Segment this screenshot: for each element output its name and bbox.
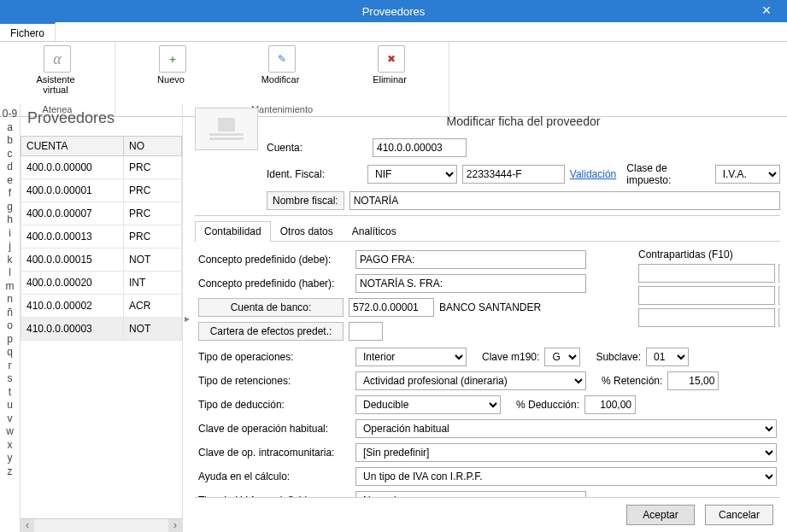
- alpha-i[interactable]: i: [9, 227, 11, 241]
- ayuda-calc-select[interactable]: Un tipo de IVA con I.R.P.F.: [355, 467, 777, 486]
- alpha-k[interactable]: k: [8, 254, 13, 267]
- list-title: Proveedores: [21, 104, 182, 136]
- tab-analiticos[interactable]: Analíticos: [343, 221, 406, 241]
- table-row[interactable]: 410.0.0.00003NOT: [21, 318, 182, 341]
- tipo-iva-select[interactable]: Normal: [355, 491, 586, 497]
- cta-banco-field[interactable]: [349, 298, 434, 317]
- scroll-left-icon[interactable]: ‹: [21, 519, 34, 532]
- scroll-right-icon[interactable]: ›: [168, 519, 182, 532]
- alpha-p[interactable]: p: [7, 333, 13, 347]
- contra-input-3[interactable]: [638, 308, 775, 327]
- alpha-v[interactable]: v: [8, 412, 13, 426]
- contra-input-1[interactable]: [638, 264, 775, 283]
- cancelar-button[interactable]: Cancelar: [705, 505, 773, 525]
- new-icon: ＋: [159, 45, 186, 73]
- table-row[interactable]: 400.0.0.00015NOT: [21, 248, 182, 272]
- lbl-pct-ded: % Deducción:: [516, 399, 579, 411]
- alpha-a[interactable]: a: [7, 121, 13, 135]
- alpha-s[interactable]: s: [8, 372, 13, 386]
- alpha-b[interactable]: b: [7, 134, 13, 148]
- pct-ret-field[interactable]: [667, 371, 719, 390]
- alpha-r[interactable]: r: [9, 360, 12, 373]
- clave-intra-select[interactable]: [Sin predefinir]: [355, 443, 777, 462]
- col-no[interactable]: NO: [124, 137, 182, 156]
- alpha-f[interactable]: f: [9, 187, 11, 201]
- conc-debe-field[interactable]: [355, 250, 586, 269]
- cartera-field[interactable]: [349, 322, 383, 341]
- alpha-z[interactable]: z: [8, 465, 13, 479]
- tipo-ded-select[interactable]: Deducible: [355, 395, 501, 414]
- form-buttons: Aceptar Cancelar: [195, 497, 780, 532]
- alpha-m[interactable]: m: [6, 280, 15, 294]
- clase-imp-select[interactable]: I.V.A.: [715, 165, 780, 184]
- identf-num-field[interactable]: [462, 165, 565, 184]
- identf-tipo-select[interactable]: NIF: [367, 165, 457, 184]
- alpha-h[interactable]: h: [7, 213, 13, 227]
- table-row[interactable]: 400.0.0.00001PRC: [21, 179, 182, 202]
- alpha-c[interactable]: c: [8, 148, 13, 161]
- eliminar-button[interactable]: ✖ Eliminar: [341, 45, 442, 85]
- lbl-tipo-op: Tipo de operaciones:: [198, 351, 350, 363]
- contra-row-2: … …: [638, 286, 775, 305]
- table-row[interactable]: 400.0.0.00013PRC: [21, 225, 182, 248]
- validacion-link[interactable]: Validación: [570, 168, 616, 180]
- providers-grid[interactable]: CUENTA NO 400.0.0.00000PRC400.0.0.00001P…: [21, 136, 182, 518]
- alpha-strip: 0-9abcdefghijklmnñopqrstuvwxyz: [0, 104, 21, 532]
- alpha-y[interactable]: y: [8, 452, 13, 465]
- splitter[interactable]: ▸: [183, 104, 191, 532]
- alpha-ñ[interactable]: ñ: [7, 307, 13, 320]
- alpha-j[interactable]: j: [9, 240, 11, 254]
- alpha-d[interactable]: d: [7, 161, 13, 174]
- contrapartidas-group: Contrapartidas (F10) … … … … … …: [638, 248, 775, 330]
- aceptar-button[interactable]: Aceptar: [626, 505, 695, 525]
- tipo-op-select[interactable]: Interior: [355, 348, 467, 366]
- photo-placeholder[interactable]: [195, 108, 258, 150]
- tab-contabilidad[interactable]: Contabilidad: [195, 221, 271, 242]
- lbl-cuenta: Cuenta:: [267, 142, 367, 154]
- contra-input-2[interactable]: [638, 286, 775, 305]
- lbl-ayuda-calc: Ayuda en el cálculo:: [198, 471, 350, 482]
- cta-banco-button[interactable]: Cuenta de banco:: [198, 298, 344, 317]
- table-row[interactable]: 400.0.0.00020INT: [21, 272, 182, 295]
- alpha-g[interactable]: g: [7, 201, 13, 214]
- alpha-l[interactable]: l: [9, 266, 11, 280]
- alpha-u[interactable]: u: [7, 399, 13, 412]
- col-cuenta[interactable]: CUENTA: [21, 137, 124, 156]
- alpha-w[interactable]: w: [6, 425, 14, 439]
- table-row[interactable]: 400.0.0.00000PRC: [21, 156, 182, 179]
- tipo-ret-select[interactable]: Actividad profesional (dineraria): [355, 371, 586, 390]
- nuevo-button[interactable]: ＋ Nuevo: [122, 45, 223, 85]
- clave190-select[interactable]: G: [544, 348, 580, 366]
- cuenta-field[interactable]: [373, 138, 467, 157]
- asistente-virtual-button[interactable]: α Asistente virtual: [7, 45, 108, 95]
- h-scrollbar[interactable]: ‹ ›: [21, 518, 182, 532]
- contra-btn-2a[interactable]: …: [778, 286, 780, 305]
- table-row[interactable]: 410.0.0.00002ACR: [21, 295, 182, 318]
- form-title: Modificar ficha del proveedor: [447, 114, 601, 128]
- cartera-button[interactable]: Cartera de efectos predet.:: [198, 322, 344, 341]
- alpha-x[interactable]: x: [8, 439, 13, 453]
- alpha-t[interactable]: t: [9, 386, 11, 400]
- alpha-o[interactable]: o: [7, 319, 13, 333]
- alpha-n[interactable]: n: [7, 293, 13, 307]
- contra-btn-3a[interactable]: …: [778, 308, 780, 327]
- lbl-conc-debe: Concepto predefinido (debe):: [198, 254, 350, 266]
- table-row[interactable]: 400.0.0.00007PRC: [21, 202, 182, 225]
- lbl-tipo-ret: Tipo de retenciones:: [198, 375, 350, 387]
- ribbon-tab-fichero[interactable]: Fichero: [0, 22, 56, 41]
- clave-op-select[interactable]: Operación habitual: [355, 419, 777, 438]
- alpha-0-9[interactable]: 0-9: [3, 108, 17, 121]
- alpha-e[interactable]: e: [7, 174, 13, 188]
- modificar-button[interactable]: ✎ Modificar: [232, 45, 332, 85]
- lbl-clave-intra: Clave de op. intracomunitaria:: [198, 447, 350, 459]
- close-icon[interactable]: ×: [751, 0, 782, 22]
- nombre-fiscal-button[interactable]: Nombre fiscal:: [267, 191, 344, 210]
- tab-otros[interactable]: Otros datos: [271, 221, 343, 241]
- alpha-q[interactable]: q: [7, 346, 13, 360]
- pct-ded-field[interactable]: [584, 395, 636, 414]
- contra-btn-1a[interactable]: …: [778, 264, 780, 283]
- lbl-pct-ret: % Retención:: [602, 375, 662, 387]
- conc-haber-field[interactable]: [355, 274, 586, 293]
- nombre-field[interactable]: [349, 191, 780, 210]
- subclave-select[interactable]: 01: [646, 348, 689, 366]
